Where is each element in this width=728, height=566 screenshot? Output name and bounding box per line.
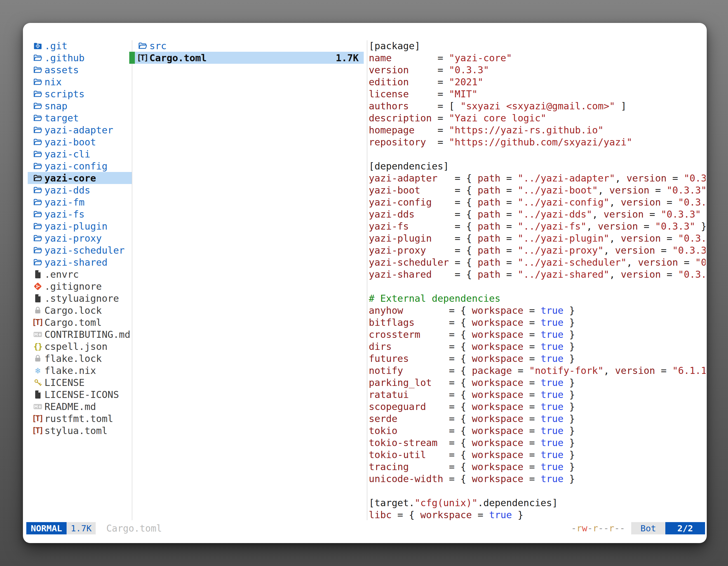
preview-line: [369, 485, 706, 497]
folder-open-icon: [32, 137, 43, 148]
parent-item-yazi-dds[interactable]: yazi-dds: [28, 184, 132, 196]
item-label: yazi-proxy: [44, 233, 102, 244]
item-label: yazi-config: [44, 161, 107, 172]
preview-line: [369, 280, 706, 292]
pane-separator: [367, 40, 367, 520]
parent-item-yazi-core[interactable]: yazi-core: [28, 172, 132, 184]
parent-item-assets[interactable]: assets: [28, 64, 132, 76]
preview-line: dirs = { workspace = true }: [369, 340, 706, 352]
preview-line: bitflags = { workspace = true }: [369, 316, 706, 328]
parent-item-cspell-json[interactable]: {}cspell.json: [28, 340, 132, 352]
preview-line: description = "Yazi core logic": [369, 112, 706, 124]
folder-open-icon: [32, 173, 43, 184]
parent-item-target[interactable]: target: [28, 112, 132, 124]
file-icon: [32, 389, 43, 400]
preview-line: repository = "https://github.com/sxyazi/…: [369, 136, 706, 148]
folder-open-icon: [32, 245, 43, 256]
desktop-background: .git.githubassetsnixscriptssnaptargetyaz…: [0, 0, 728, 566]
parent-item-license-icons[interactable]: LICENSE-ICONS: [28, 388, 132, 400]
parent-item-snap[interactable]: snap: [28, 100, 132, 112]
json-braces-icon: {}: [32, 341, 43, 352]
folder-open-icon: [32, 161, 43, 172]
nix-snowflake-icon: ❄: [32, 365, 43, 376]
folder-open-icon: [32, 233, 43, 244]
parent-item-yazi-scheduler[interactable]: yazi-scheduler: [28, 244, 132, 256]
folder-open-icon: [32, 125, 43, 136]
parent-item-gitignore[interactable]: .gitignore: [28, 280, 132, 292]
parent-item-scripts[interactable]: scripts: [28, 88, 132, 100]
preview-line: crossterm = { workspace = true }: [369, 328, 706, 340]
folder-open-icon: [32, 221, 43, 232]
parent-item-yazi-adapter[interactable]: yazi-adapter: [28, 124, 132, 136]
parent-item-nix[interactable]: nix: [28, 76, 132, 88]
parent-item-contributing-md[interactable]: CONTRIBUTING.md: [28, 328, 132, 340]
folder-open-icon: [32, 64, 43, 76]
folder-open-icon: [32, 149, 43, 160]
parent-item-yazi-fm[interactable]: yazi-fm: [28, 196, 132, 208]
item-label: yazi-core: [44, 173, 96, 184]
parent-item-yazi-plugin[interactable]: yazi-plugin: [28, 220, 132, 232]
folder-open-icon: [32, 52, 43, 64]
preview-line: name = "yazi-core": [369, 52, 706, 64]
parent-directory-pane: .git.githubassetsnixscriptssnaptargetyaz…: [28, 40, 132, 436]
item-label: LICENSE: [44, 377, 84, 388]
parent-item-flake-lock[interactable]: flake.lock: [28, 352, 132, 364]
preview-line: [dependencies]: [369, 160, 706, 172]
parent-item-git[interactable]: .git: [28, 40, 132, 52]
preview-line: authors = [ "sxyazi <sxyazi@gmail.com>" …: [369, 100, 706, 112]
current-item-src[interactable]: src: [129, 40, 364, 52]
parent-item-yazi-shared[interactable]: yazi-shared: [28, 256, 132, 268]
item-label: flake.lock: [44, 353, 102, 364]
parent-item-github[interactable]: .github: [28, 52, 132, 64]
preview-line: yazi-shared = { path = "../yazi-shared",…: [369, 268, 706, 280]
parent-item-flake-nix[interactable]: ❄flake.nix: [28, 364, 132, 376]
preview-line: unicode-width = { workspace = true }: [369, 473, 706, 485]
parent-item-cargo-toml[interactable]: [T]Cargo.toml: [28, 316, 132, 328]
parent-item-yazi-config[interactable]: yazi-config: [28, 160, 132, 172]
parent-item-stylua-toml[interactable]: [T]stylua.toml: [28, 424, 132, 436]
preview-line: [package]: [369, 40, 706, 52]
item-label: .github: [44, 52, 84, 64]
parent-item-yazi-boot[interactable]: yazi-boot: [28, 136, 132, 148]
preview-line: yazi-proxy = { path = "../yazi-proxy", v…: [369, 244, 706, 256]
file-icon: [32, 293, 43, 304]
license-key-icon: [32, 377, 43, 388]
item-label: assets: [44, 64, 79, 76]
preview-line: yazi-config = { path = "../yazi-config",…: [369, 196, 706, 208]
parent-item-yazi-cli[interactable]: yazi-cli: [28, 148, 132, 160]
git-folder-icon: [32, 40, 43, 51]
parent-item-rustfmt-toml[interactable]: [T]rustfmt.toml: [28, 412, 132, 424]
item-label: snap: [44, 100, 67, 112]
mode-badge: NORMAL: [26, 522, 67, 534]
markdown-icon: [32, 329, 43, 340]
item-label: .envrc: [44, 269, 79, 280]
item-label: .git: [44, 40, 67, 51]
preview-line: ratatui = { workspace = true }: [369, 388, 706, 400]
markdown-icon: [32, 401, 43, 412]
preview-line: version = "0.3.3": [369, 64, 706, 76]
counter-badge: 2/2: [665, 522, 705, 534]
current-item-cargo-toml[interactable]: [T]Cargo.toml1.7K: [129, 52, 364, 64]
pane-separator: [132, 40, 132, 520]
yazi-window: .git.githubassetsnixscriptssnaptargetyaz…: [23, 23, 707, 543]
parent-item-cargo-lock[interactable]: Cargo.lock: [28, 304, 132, 316]
position-badge: Bot: [631, 522, 665, 534]
parent-item-readme-md[interactable]: README.md: [28, 400, 132, 412]
preview-line: edition = "2021": [369, 76, 706, 88]
preview-line: anyhow = { workspace = true }: [369, 304, 706, 316]
parent-item-license[interactable]: LICENSE: [28, 376, 132, 388]
item-label: rustfmt.toml: [44, 413, 113, 424]
parent-item-envrc[interactable]: .envrc: [28, 268, 132, 280]
preview-line: yazi-fs = { path = "../yazi-fs", version…: [369, 220, 706, 232]
item-label: Cargo.toml: [44, 317, 102, 328]
parent-item-styluaignore[interactable]: .styluaignore: [28, 292, 132, 304]
file-icon: [32, 269, 43, 280]
preview-line: futures = { workspace = true }: [369, 352, 706, 364]
parent-item-yazi-proxy[interactable]: yazi-proxy: [28, 232, 132, 244]
item-label: .styluaignore: [44, 293, 119, 304]
folder-open-icon: [32, 257, 43, 268]
folder-open-icon: [32, 100, 43, 112]
parent-item-yazi-fs[interactable]: yazi-fs: [28, 208, 132, 220]
current-directory-pane: src[T]Cargo.toml1.7K: [129, 40, 364, 64]
preview-line: tokio-util = { workspace = true }: [369, 448, 706, 461]
